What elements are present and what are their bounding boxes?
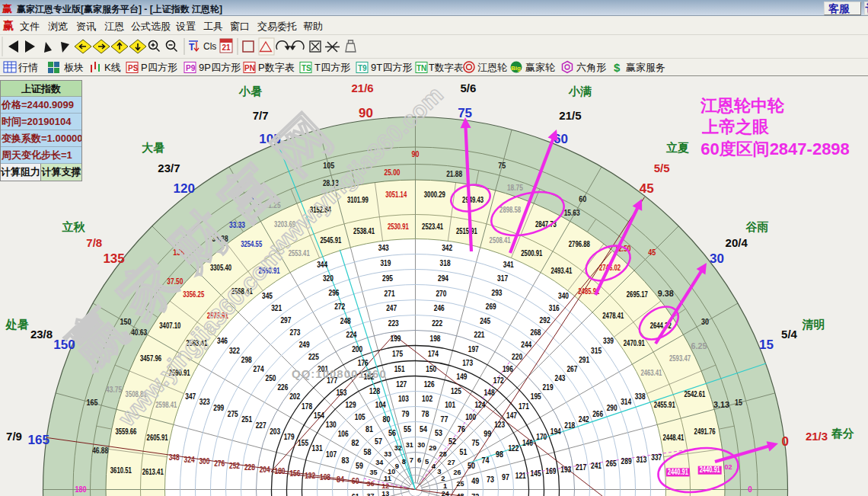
svg-text:34: 34 [375, 458, 384, 466]
svg-text:30: 30 [710, 251, 724, 266]
svg-text:清明: 清明 [801, 318, 825, 331]
svg-text:3254.55: 3254.55 [241, 239, 262, 248]
svg-text:80: 80 [382, 414, 390, 424]
svg-text:36: 36 [367, 479, 375, 488]
svg-text:7/7: 7/7 [253, 109, 269, 122]
svg-text:25: 25 [457, 479, 465, 488]
svg-text:217: 217 [576, 462, 586, 472]
svg-text:154: 154 [314, 411, 324, 420]
svg-text:0: 0 [782, 434, 789, 449]
svg-text:148: 148 [484, 388, 495, 397]
svg-text:317: 317 [497, 274, 508, 283]
svg-text:30: 30 [417, 440, 425, 449]
svg-text:43.75: 43.75 [106, 386, 122, 394]
svg-text:49: 49 [471, 476, 479, 485]
svg-text:2898.58: 2898.58 [499, 205, 521, 214]
svg-text:76: 76 [458, 424, 465, 434]
svg-text:199: 199 [391, 334, 401, 343]
svg-text:3.13: 3.13 [713, 401, 729, 409]
svg-text:T: T [189, 42, 195, 53]
svg-text:QQ:1008001360: QQ:1008001360 [292, 367, 387, 380]
svg-text:222: 222 [432, 318, 442, 328]
svg-text:45: 45 [648, 248, 656, 257]
svg-text:125: 125 [451, 386, 461, 395]
svg-text:2448.41: 2448.41 [662, 433, 684, 442]
svg-text:84: 84 [337, 475, 344, 484]
svg-text:2440.91: 2440.91 [668, 468, 688, 476]
svg-text:193: 193 [560, 465, 571, 474]
svg-text:21.88: 21.88 [446, 170, 462, 178]
svg-text:135: 135 [103, 251, 124, 266]
svg-text:267: 267 [566, 364, 577, 373]
svg-text:51: 51 [460, 447, 468, 456]
svg-text:323: 323 [199, 397, 210, 406]
svg-text:21/3: 21/3 [806, 430, 828, 443]
svg-text:101: 101 [445, 400, 455, 409]
svg-text:272: 272 [334, 302, 345, 311]
svg-text:324: 324 [184, 455, 195, 464]
svg-text:128: 128 [369, 386, 380, 395]
svg-text:7: 7 [410, 456, 413, 464]
svg-text:153: 153 [336, 388, 346, 397]
svg-text:194: 194 [550, 427, 561, 436]
svg-text:195: 195 [531, 392, 541, 401]
svg-text:小暑: 小暑 [238, 85, 262, 98]
svg-text:大暑: 大暑 [142, 141, 164, 154]
svg-text:45: 45 [640, 181, 654, 196]
svg-text:318: 318 [440, 258, 451, 267]
svg-text:2463.41: 2463.41 [640, 368, 662, 377]
svg-text:321: 321 [271, 303, 282, 312]
svg-text:251: 251 [241, 414, 252, 424]
svg-text:315: 315 [591, 346, 602, 355]
svg-text:TS: TS [302, 64, 311, 72]
svg-text:178: 178 [302, 402, 312, 411]
svg-text:275: 275 [228, 409, 238, 418]
svg-text:105: 105 [355, 412, 365, 421]
svg-text:P数字表: P数字表 [258, 62, 295, 73]
svg-text:72: 72 [471, 492, 479, 496]
svg-text:170: 170 [536, 432, 547, 441]
svg-text:300: 300 [199, 456, 209, 466]
svg-text:3101.99: 3101.99 [347, 195, 369, 204]
svg-text:340: 340 [558, 291, 569, 300]
svg-text:谷雨: 谷雨 [745, 220, 769, 233]
svg-text:Big: Big [511, 65, 521, 72]
svg-text:156: 156 [289, 469, 300, 478]
svg-text:60: 60 [352, 476, 359, 485]
svg-text:77: 77 [441, 414, 448, 424]
svg-text:35: 35 [370, 468, 378, 476]
svg-text:268: 268 [531, 328, 541, 337]
svg-text:60: 60 [579, 195, 586, 203]
svg-text:289: 289 [621, 456, 632, 466]
svg-text:P9: P9 [186, 64, 196, 72]
svg-text:9: 9 [395, 462, 399, 470]
svg-text:5/4: 5/4 [781, 328, 798, 341]
svg-text:26: 26 [454, 468, 461, 476]
svg-text:79: 79 [402, 409, 410, 418]
svg-text:24: 24 [442, 489, 450, 496]
svg-text:18.75: 18.75 [507, 184, 523, 192]
svg-text:347: 347 [185, 392, 196, 401]
svg-text:106: 106 [338, 429, 349, 438]
svg-text:T四方形: T四方形 [314, 62, 350, 73]
svg-text:176: 176 [358, 358, 369, 367]
svg-text:78: 78 [422, 409, 429, 418]
svg-text:2440.91: 2440.91 [700, 466, 720, 474]
svg-text:245: 245 [480, 316, 490, 325]
svg-text:江恩轮: 江恩轮 [477, 62, 507, 73]
svg-text:61: 61 [352, 492, 359, 496]
svg-text:171: 171 [519, 402, 529, 411]
svg-text:98: 98 [496, 450, 503, 459]
svg-text:82: 82 [352, 438, 359, 447]
svg-text:127: 127 [396, 379, 407, 389]
svg-text:T数字表: T数字表 [429, 62, 464, 73]
svg-text:2695.17: 2695.17 [627, 290, 648, 299]
svg-text:6: 6 [417, 456, 421, 464]
svg-text:147: 147 [506, 411, 517, 420]
svg-text:174: 174 [428, 349, 439, 358]
svg-text:Cls: Cls [203, 41, 216, 52]
svg-text:269: 269 [486, 302, 496, 311]
svg-text:5/5: 5/5 [654, 162, 670, 174]
svg-text:江恩轮中轮: 江恩轮中轮 [700, 96, 785, 115]
svg-text:225: 225 [308, 352, 319, 361]
